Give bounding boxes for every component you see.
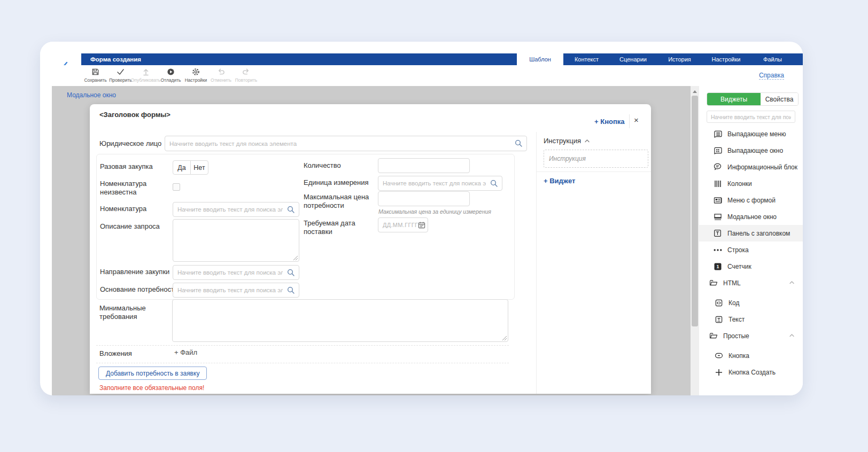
max-price-hint: Максимальная цена за единицу измерения — [378, 208, 491, 215]
chevron-up-icon — [585, 139, 590, 143]
widget-group-simple[interactable]: Простые — [699, 328, 803, 344]
purchase-direction-label: Направление закупки — [100, 268, 169, 276]
no-button[interactable]: Нет — [190, 160, 208, 175]
svg-text:1: 1 — [716, 264, 719, 269]
add-button-link[interactable]: + Кнопка — [594, 118, 625, 126]
widget-item-menu-with-form[interactable]: Меню с формой — [699, 192, 803, 208]
modal-window-icon — [713, 213, 722, 221]
min-requirements-textarea[interactable] — [172, 299, 508, 342]
validate-button[interactable]: Проверить — [108, 67, 133, 83]
widget-item-info-block[interactable]: Информационный блок — [699, 159, 803, 175]
redo-button[interactable]: Повторить — [234, 67, 259, 83]
calendar-icon[interactable] — [418, 221, 425, 229]
tab-template[interactable]: Шаблон — [517, 53, 563, 65]
tab-history[interactable]: История — [656, 53, 703, 65]
search-icon — [287, 269, 295, 277]
canvas-scrollbar[interactable] — [691, 86, 699, 395]
tab-context[interactable]: Контекст — [563, 53, 610, 65]
tab-files[interactable]: Файлы — [749, 53, 796, 65]
tab-settings[interactable]: Настройки — [703, 53, 749, 65]
request-description-textarea[interactable] — [173, 219, 299, 262]
close-icon[interactable]: × — [633, 114, 640, 126]
redo-icon — [242, 67, 250, 76]
toolbar-settings-button[interactable]: Настройки — [183, 67, 208, 83]
one-time-purchase-label: Разовая закупка — [100, 162, 153, 171]
undo-button[interactable]: Отменить — [208, 67, 234, 83]
search-icon — [287, 286, 295, 294]
widget-item-dropdown-menu[interactable]: Выпадающее меню — [699, 126, 803, 142]
one-time-purchase-toggle: Да Нет — [173, 160, 208, 175]
search-icon — [287, 206, 295, 214]
check-icon — [117, 67, 125, 76]
chevron-up-icon[interactable] — [789, 281, 794, 284]
widget-item-titled-panel[interactable]: Панель с заголовком — [699, 225, 803, 241]
attachments-label: Вложения — [99, 349, 132, 358]
yes-button[interactable]: Да — [173, 160, 191, 175]
tab-widgets[interactable]: Виджеты — [707, 93, 761, 105]
nomenclature-unknown-checkbox[interactable] — [173, 183, 180, 191]
max-price-input[interactable] — [378, 191, 470, 206]
nomenclature-label: Номенклатура — [100, 205, 146, 213]
modal-widget-label[interactable]: Модальное окно — [67, 91, 116, 99]
help-link[interactable]: Справка — [759, 72, 784, 80]
scroll-up-icon[interactable] — [693, 90, 697, 93]
save-button[interactable]: Сохранить — [83, 67, 108, 83]
widget-search-input[interactable] — [707, 111, 795, 123]
quantity-input[interactable] — [378, 158, 470, 173]
request-description-label: Описание запроса — [100, 222, 160, 231]
plus-icon — [714, 369, 723, 376]
search-icon — [515, 139, 523, 147]
widget-item-create-button[interactable]: Кнопка Создать — [699, 364, 803, 380]
info-block-icon — [713, 163, 722, 171]
widget-item-columns[interactable]: Колонки — [699, 175, 803, 192]
unit-search-input[interactable] — [378, 176, 502, 191]
add-widget-link[interactable]: + Виджет — [544, 177, 575, 185]
nomenclature-unknown-label: Номенклатура неизвестна — [100, 180, 161, 197]
modal-window-preview: <Заголовок формы> + Кнопка × Юридическое… — [90, 104, 651, 394]
legal-entity-label: Юридическое лицо — [99, 139, 161, 148]
widget-item-counter[interactable]: 1 Счетчик — [699, 258, 803, 275]
widgets-sidebar: Виджеты Свойства Выпадающее меню — [699, 86, 803, 395]
header-divider — [629, 114, 630, 128]
tab-properties[interactable]: Свойства — [761, 93, 798, 105]
widget-item-row[interactable]: Строка — [699, 241, 803, 258]
settings-icon — [192, 67, 200, 76]
widget-item-code[interactable]: Код — [699, 294, 803, 311]
debug-button[interactable]: Отладить — [158, 67, 183, 83]
instruction-header[interactable]: Инструкция — [544, 137, 590, 145]
scrollbar-thumb[interactable] — [692, 96, 698, 326]
menu-with-form-icon — [713, 197, 722, 204]
separator — [537, 172, 651, 172]
form-canvas: Модальное окно <Заголовок формы> + Кнопк… — [52, 86, 691, 395]
add-file-link[interactable]: + Файл — [174, 348, 197, 356]
widget-item-button[interactable]: Кнопка — [699, 347, 803, 364]
widget-item-text[interactable]: Текст — [699, 311, 803, 328]
purchase-direction-search-input[interactable] — [173, 265, 299, 280]
legal-entity-search-input[interactable] — [165, 136, 527, 151]
validation-message: Заполните все обязательные поля! — [99, 384, 204, 392]
delivery-date-label: Требуемая дата поставки — [304, 219, 368, 237]
chevron-up-icon[interactable] — [789, 334, 794, 337]
separator — [96, 363, 509, 363]
widget-group-html[interactable]: HTML — [699, 275, 803, 291]
separator — [96, 345, 509, 346]
columns-icon — [713, 180, 722, 188]
publish-button[interactable]: Опубликовать — [133, 67, 158, 83]
widget-item-modal-window[interactable]: Модальное окно — [699, 208, 803, 225]
instruction-placeholder-box[interactable]: Инструкция — [544, 150, 648, 168]
need-basis-search-input[interactable] — [173, 283, 299, 298]
folder-icon — [709, 279, 718, 286]
add-need-button[interactable]: Добавить потребность в заявку — [98, 367, 207, 380]
form-title: Форма создания — [81, 56, 141, 63]
search-icon — [490, 180, 498, 188]
nomenclature-search-input[interactable] — [173, 202, 299, 217]
delivery-date-input[interactable]: ДД.ММ.ГГГГ — [378, 217, 428, 232]
widget-item-dropdown-window[interactable]: Выпадающее окно — [699, 142, 803, 159]
undo-icon — [217, 67, 225, 76]
topbar: Форма создания Шаблон Контекст Сценарии … — [81, 53, 803, 65]
tab-scenarios[interactable]: Сценарии — [610, 53, 656, 65]
row-icon — [713, 249, 722, 251]
folder-icon — [709, 332, 718, 339]
page: Форма создания Шаблон Контекст Сценарии … — [0, 0, 868, 452]
topbar-tabs: Шаблон Контекст Сценарии История Настрой… — [517, 53, 796, 65]
